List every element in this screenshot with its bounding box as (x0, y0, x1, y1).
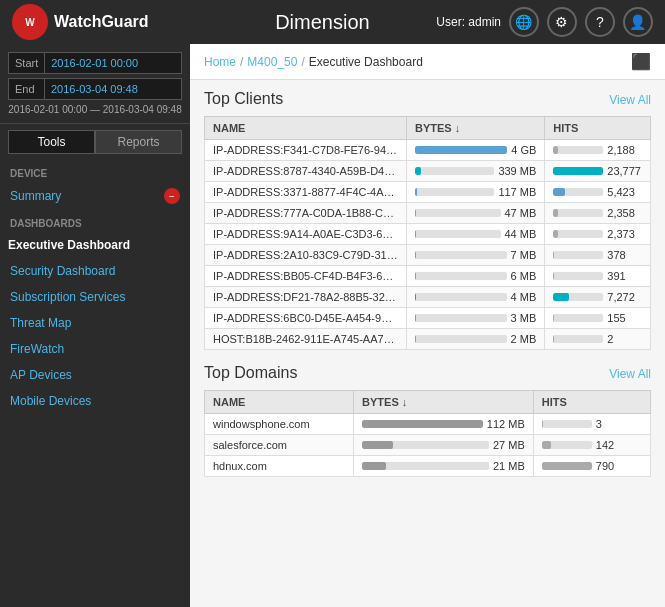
hits-value: 2,188 (607, 144, 635, 156)
sidebar-item-security-dashboard[interactable]: Security Dashboard (0, 258, 190, 284)
hits-bar-bg (542, 462, 592, 470)
bytes-bar-bg (415, 167, 494, 175)
hits-cell: 378 (553, 249, 642, 261)
bytes-value: 47 MB (505, 207, 537, 219)
sidebar: Start 2016-02-01 00:00 End 2016-03-04 09… (0, 44, 190, 607)
hits-cell: 391 (553, 270, 642, 282)
sidebar-item-mobile-devices[interactable]: Mobile Devices (0, 388, 190, 414)
hits-cell: 2,358 (553, 207, 642, 219)
bytes-bar-container: 4 MB (415, 291, 536, 303)
hits-value: 7,272 (607, 291, 635, 303)
breadcrumb-home[interactable]: Home (204, 55, 236, 69)
bytes-bar-bg (415, 146, 507, 154)
top-clients-view-all[interactable]: View All (609, 93, 651, 107)
client-bytes: 4 MB (406, 287, 544, 308)
gear-icon[interactable]: ⚙ (547, 7, 577, 37)
client-name[interactable]: IP-ADDRESS:777A-C0DA-1B88-C702-774... (205, 203, 407, 224)
hits-bar-bg (553, 314, 603, 322)
bytes-bar-container: 3 MB (415, 312, 536, 324)
col-bytes-clients[interactable]: BYTES ↓ (406, 117, 544, 140)
hits-bar-bg (553, 251, 603, 259)
col-hits-clients: HITS (545, 117, 651, 140)
bytes-value: 7 MB (511, 249, 537, 261)
client-name[interactable]: windowsphone.com (205, 414, 354, 435)
client-name[interactable]: IP-ADDRESS:DF21-78A2-88B5-3292-71A... (205, 287, 407, 308)
client-name[interactable]: IP-ADDRESS:BB05-CF4D-B4F3-62AA-CE1... (205, 266, 407, 287)
date-section: Start 2016-02-01 00:00 End 2016-03-04 09… (0, 44, 190, 124)
pdf-icon[interactable]: ⬛ (631, 52, 651, 71)
bytes-bar-bg (415, 230, 501, 238)
bytes-bar-container: 7 MB (415, 249, 536, 261)
top-domains-view-all[interactable]: View All (609, 367, 651, 381)
client-name[interactable]: HOST:B18B-2462-911E-A745-AA71-76C... (205, 329, 407, 350)
bytes-bar-container: 47 MB (415, 207, 536, 219)
col-bytes-domains[interactable]: BYTES ↓ (354, 391, 534, 414)
client-hits: 378 (545, 245, 651, 266)
sidebar-item-firewatch[interactable]: FireWatch (0, 336, 190, 362)
sidebar-nav: Executive DashboardSecurity DashboardSub… (0, 232, 190, 414)
client-name[interactable]: hdnux.com (205, 456, 354, 477)
bytes-bar-fill (362, 462, 386, 470)
bytes-bar-bg (415, 188, 494, 196)
device-section-label: DEVICE (0, 160, 190, 182)
table-row: HOST:B18B-2462-911E-A745-AA71-76C... 2 M… (205, 329, 651, 350)
client-hits: 2 (545, 329, 651, 350)
client-hits: 142 (533, 435, 650, 456)
bytes-value: 2 MB (511, 333, 537, 345)
client-bytes: 112 MB (354, 414, 534, 435)
bytes-bar-bg (415, 272, 507, 280)
sidebar-item-ap-devices[interactable]: AP Devices (0, 362, 190, 388)
sidebar-item-subscription-services[interactable]: Subscription Services (0, 284, 190, 310)
start-value[interactable]: 2016-02-01 00:00 (45, 53, 144, 73)
breadcrumb-device[interactable]: M400_50 (247, 55, 297, 69)
breadcrumb-sep2: / (301, 55, 304, 69)
user-icon[interactable]: 👤 (623, 7, 653, 37)
client-name[interactable]: salesforce.com (205, 435, 354, 456)
start-label: Start (9, 53, 45, 73)
summary-label: Summary (10, 189, 61, 203)
hits-bar-bg (542, 420, 592, 428)
tab-reports[interactable]: Reports (95, 130, 182, 154)
hits-value: 2,373 (607, 228, 635, 240)
hits-value: 790 (596, 460, 614, 472)
summary-badge: − (164, 188, 180, 204)
client-bytes: 3 MB (406, 308, 544, 329)
bytes-bar-fill (415, 293, 416, 301)
bytes-bar-fill (415, 251, 416, 259)
sidebar-item-threat-map[interactable]: Threat Map (0, 310, 190, 336)
client-name[interactable]: IP-ADDRESS:8787-4340-A59B-D447-B4A... (205, 161, 407, 182)
bytes-bar-bg (415, 314, 507, 322)
table-row: IP-ADDRESS:8787-4340-A59B-D447-B4A... 33… (205, 161, 651, 182)
client-name[interactable]: IP-ADDRESS:F341-C7D8-FE76-9492-FD9... (205, 140, 407, 161)
bytes-value: 44 MB (505, 228, 537, 240)
hits-bar-fill (553, 146, 558, 154)
bytes-value: 3 MB (511, 312, 537, 324)
client-hits: 3 (533, 414, 650, 435)
top-domains-table: NAME BYTES ↓ HITS windowsphone.com 112 M… (204, 390, 651, 477)
hits-bar-bg (553, 146, 603, 154)
start-date-row: Start 2016-02-01 00:00 (8, 52, 182, 74)
client-name[interactable]: IP-ADDRESS:2A10-83C9-C79D-31C2-86B... (205, 245, 407, 266)
top-clients-table: NAME BYTES ↓ HITS IP-ADDRESS:F341-C7D8-F… (204, 116, 651, 350)
client-name[interactable]: IP-ADDRESS:6BC0-D45E-A454-9C14-201... (205, 308, 407, 329)
table-row: IP-ADDRESS:F341-C7D8-FE76-9492-FD9... 4 … (205, 140, 651, 161)
bytes-bar-bg (362, 441, 489, 449)
client-name[interactable]: IP-ADDRESS:9A14-A0AE-C3D3-607C-F10... (205, 224, 407, 245)
client-name[interactable]: IP-ADDRESS:3371-8877-4F4C-4A9E-C32... (205, 182, 407, 203)
hits-cell: 23,777 (553, 165, 642, 177)
end-value[interactable]: 2016-03-04 09:48 (45, 79, 144, 99)
hits-value: 378 (607, 249, 625, 261)
breadcrumb-sep1: / (240, 55, 243, 69)
help-icon[interactable]: ? (585, 7, 615, 37)
client-bytes: 4 GB (406, 140, 544, 161)
table-row: IP-ADDRESS:BB05-CF4D-B4F3-62AA-CE1... 6 … (205, 266, 651, 287)
sidebar-item-executive-dashboard[interactable]: Executive Dashboard (0, 232, 190, 258)
table-row: IP-ADDRESS:6BC0-D45E-A454-9C14-201... 3 … (205, 308, 651, 329)
bytes-value: 117 MB (498, 186, 536, 198)
tab-tools[interactable]: Tools (8, 130, 95, 154)
globe-icon[interactable]: 🌐 (509, 7, 539, 37)
sidebar-item-summary[interactable]: Summary − (0, 182, 190, 210)
bytes-value: 6 MB (511, 270, 537, 282)
hits-bar-fill (553, 230, 558, 238)
table-row: salesforce.com 27 MB 142 (205, 435, 651, 456)
